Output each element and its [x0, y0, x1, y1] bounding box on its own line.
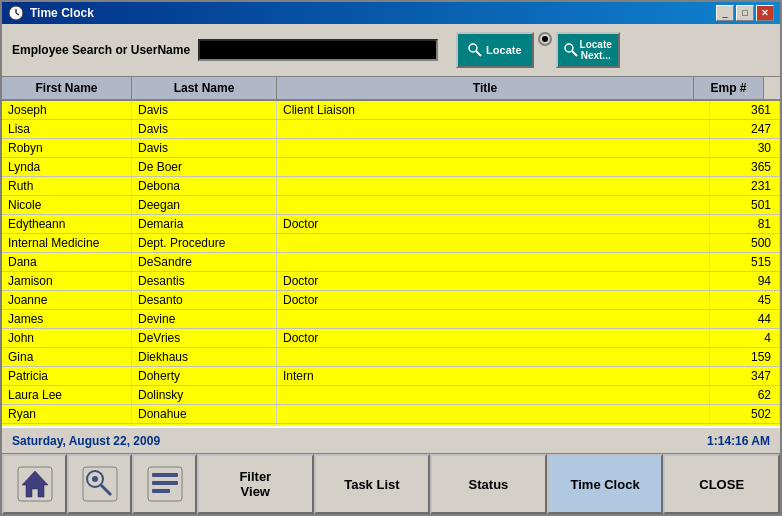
table-cell: Jamison [2, 272, 132, 290]
search-label: Employee Search or UserName [12, 43, 190, 57]
close-label: CLOSE [699, 477, 744, 492]
table-row[interactable]: GinaDiekhaus159 [2, 348, 780, 367]
table-cell: 44 [710, 310, 780, 328]
toolbar-icon-btn-3[interactable] [132, 454, 197, 514]
table-body[interactable]: JosephDavisClient Liaison361LisaDavis247… [2, 101, 780, 426]
table-row[interactable]: JamisonDesantisDoctor94 [2, 272, 780, 291]
table-cell: James [2, 310, 132, 328]
window-title: Time Clock [30, 6, 94, 20]
table-cell: Dept. Procedure [132, 234, 277, 252]
table-row[interactable]: Internal MedicineDept. Procedure500 [2, 234, 780, 253]
table-row[interactable]: LyndaDe Boer365 [2, 158, 780, 177]
table-header: First Name Last Name Title Emp # [2, 77, 780, 101]
locate-button[interactable]: Locate [456, 32, 533, 68]
table-cell: Doctor [277, 272, 710, 290]
table-row[interactable]: RobynDavis30 [2, 139, 780, 158]
locate-radio[interactable] [538, 32, 552, 46]
table-cell: 502 [710, 405, 780, 423]
table-cell: Davis [132, 120, 277, 138]
svg-line-4 [476, 51, 481, 56]
table-cell: 81 [710, 215, 780, 233]
table-cell: Doctor [277, 291, 710, 309]
table-row[interactable]: RuthDebona231 [2, 177, 780, 196]
table-cell: 4 [710, 329, 780, 347]
table-cell: 515 [710, 253, 780, 271]
table-row[interactable]: EdytheannDemariaDoctor81 [2, 215, 780, 234]
filter-view-button[interactable]: Filter View [197, 454, 314, 514]
table-cell: Patricia [2, 367, 132, 385]
svg-rect-16 [152, 489, 170, 493]
table-row[interactable]: JohnDeVriesDoctor4 [2, 329, 780, 348]
table-cell: Gina [2, 348, 132, 366]
table-cell: Joseph [2, 101, 132, 119]
status-date: Saturday, August 22, 2009 [12, 434, 160, 448]
main-window: Time Clock _ □ ✕ Employee Search or User… [0, 0, 782, 516]
svg-point-12 [92, 476, 98, 482]
table-cell: Joanne [2, 291, 132, 309]
table-cell: Internal Medicine [2, 234, 132, 252]
table-cell [277, 139, 710, 157]
svg-rect-15 [152, 481, 178, 485]
table-cell: Nicole [2, 196, 132, 214]
search-bar: Employee Search or UserName Locate Locat… [2, 24, 780, 77]
status-button[interactable]: Status [430, 454, 547, 514]
table-cell: 231 [710, 177, 780, 195]
search-input[interactable] [198, 39, 438, 61]
table-cell: Deegan [132, 196, 277, 214]
col-header-lastname: Last Name [132, 77, 277, 99]
col-header-emp: Emp # [694, 77, 764, 99]
table-row[interactable]: JosephDavisClient Liaison361 [2, 101, 780, 120]
title-bar-buttons: _ □ ✕ [716, 5, 774, 21]
table-cell: Debona [132, 177, 277, 195]
table-cell: Desantis [132, 272, 277, 290]
table-cell: Doctor [277, 215, 710, 233]
table-cell: 347 [710, 367, 780, 385]
close-button[interactable]: CLOSE [663, 454, 780, 514]
maximize-button[interactable]: □ [736, 5, 754, 21]
table-cell: Laura Lee [2, 386, 132, 404]
svg-rect-14 [152, 473, 178, 477]
locate-next-button[interactable]: Locate Next... [556, 32, 620, 68]
table-cell [277, 177, 710, 195]
table-cell: Lynda [2, 158, 132, 176]
time-clock-label: Time Clock [571, 477, 640, 492]
table-cell: 361 [710, 101, 780, 119]
table-cell: Dolinsky [132, 386, 277, 404]
table-cell [277, 158, 710, 176]
col-header-firstname: First Name [2, 77, 132, 99]
time-clock-button[interactable]: Time Clock [547, 454, 664, 514]
table-cell [277, 348, 710, 366]
key-icon [468, 43, 482, 57]
table-row[interactable]: JoanneDesantoDoctor45 [2, 291, 780, 310]
task-list-button[interactable]: Task List [314, 454, 431, 514]
table-cell: Ruth [2, 177, 132, 195]
status-time: 1:14:16 AM [707, 434, 770, 448]
locate-next-label: Locate Next... [580, 39, 612, 61]
table-cell: 501 [710, 196, 780, 214]
toolbar-icon-btn-1[interactable] [2, 454, 67, 514]
table-row[interactable]: JamesDevine44 [2, 310, 780, 329]
table-cell: Doherty [132, 367, 277, 385]
table-row[interactable]: PatriciaDohertyIntern347 [2, 367, 780, 386]
table-cell: Devine [132, 310, 277, 328]
table-cell: Robyn [2, 139, 132, 157]
table-cell [277, 405, 710, 423]
table-cell [277, 120, 710, 138]
table-row[interactable]: LisaDavis247 [2, 120, 780, 139]
table-cell [277, 253, 710, 271]
clock-icon [8, 5, 24, 21]
minimize-button[interactable]: _ [716, 5, 734, 21]
table-cell: DeSandre [132, 253, 277, 271]
table-cell [277, 386, 710, 404]
table-row[interactable]: DanaDeSandre515 [2, 253, 780, 272]
table-cell: 247 [710, 120, 780, 138]
table-cell: DeVries [132, 329, 277, 347]
table-cell: 500 [710, 234, 780, 252]
table-cell: Doctor [277, 329, 710, 347]
table-row[interactable]: Laura LeeDolinsky62 [2, 386, 780, 405]
table-row[interactable]: RyanDonahue502 [2, 405, 780, 424]
toolbar-icon-btn-2[interactable] [67, 454, 132, 514]
window-close-button[interactable]: ✕ [756, 5, 774, 21]
status-bar: Saturday, August 22, 2009 1:14:16 AM [2, 426, 780, 454]
table-row[interactable]: NicoleDeegan501 [2, 196, 780, 215]
